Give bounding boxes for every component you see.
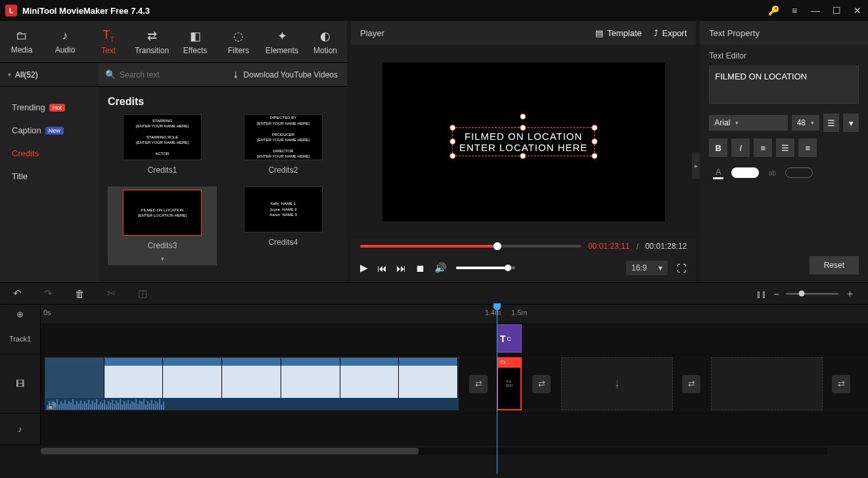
resize-handle[interactable]	[591, 125, 597, 131]
highlight-color-swatch[interactable]	[785, 167, 813, 178]
export-button[interactable]: ⤴Export	[654, 28, 687, 38]
zoom-in-button[interactable]: ＋	[845, 288, 855, 300]
category-all-dropdown[interactable]: All(52)	[0, 63, 99, 86]
align-right-button[interactable]: ≡	[798, 139, 817, 157]
key-icon[interactable]: 🔑	[768, 5, 779, 16]
rotate-handle[interactable]	[520, 114, 526, 120]
volume-slider[interactable]	[456, 267, 515, 269]
template-credits4[interactable]: Kelly NAME 1Joyce NAME 2Aaron NAME 3 Cre…	[229, 186, 338, 265]
hot-badge: Hot	[49, 104, 65, 112]
text-overlay[interactable]: FILMED ON LOCATION ENTER LOCATION HERE	[452, 127, 595, 156]
player-controls: ▶ ⏮ ⏭ ⏹ 🔊 16:9▾ ⛶	[351, 253, 696, 282]
template-button[interactable]: ▤Template	[595, 28, 642, 38]
clip-volume-icon[interactable]: 🔊	[47, 402, 57, 410]
text-color-button[interactable]: A	[709, 163, 727, 182]
template-credits3[interactable]: FILMED ON LOCATION[ENTER LOCATION HERE] …	[108, 186, 217, 265]
cat-title[interactable]: Title	[0, 165, 99, 188]
cat-caption[interactable]: CaptionNew	[0, 119, 99, 142]
credits-clip[interactable]: Cr... FIL[EN	[497, 357, 522, 410]
titlebar: L MiniTool MovieMaker Free 7.4.3 🔑 ≡ — ☐…	[0, 0, 868, 21]
italic-button[interactable]: I	[731, 139, 750, 157]
empty-slot[interactable]	[711, 357, 823, 410]
zoom-out-button[interactable]: −	[773, 288, 779, 299]
search-box: 🔍	[99, 70, 223, 79]
playhead[interactable]	[497, 305, 497, 474]
crop-button[interactable]: ◫	[138, 288, 147, 299]
stop-button[interactable]: ⏹	[415, 263, 425, 274]
tab-text[interactable]: TTText	[87, 21, 130, 62]
time-ruler[interactable]: 0s 1.4m 1.5m	[41, 305, 868, 323]
track-label[interactable]: Track1	[0, 323, 41, 354]
play-button[interactable]: ▶	[360, 262, 368, 274]
transition-slot[interactable]: ⇄	[682, 375, 700, 393]
minimize-button[interactable]: —	[810, 5, 821, 16]
resize-handle[interactable]	[591, 139, 597, 144]
template-credits2[interactable]: DIRECTED BY[ENTER YOUR NAME HERE]PRODUCE…	[229, 114, 338, 175]
text-color-swatch[interactable]	[731, 167, 759, 178]
scrub-track[interactable]	[360, 245, 582, 248]
text-content-input[interactable]	[709, 66, 859, 104]
tab-media[interactable]: 🗀Media	[0, 21, 43, 62]
tab-effects[interactable]: ◧Effects	[173, 21, 217, 62]
volume-button[interactable]: 🔊	[434, 262, 447, 274]
more-options-button[interactable]: ▾	[843, 114, 859, 132]
time-total: 00:01:28:12	[645, 242, 687, 251]
video-clip[interactable]	[45, 357, 459, 410]
tab-transition[interactable]: ⇄Transition	[130, 21, 173, 62]
resize-handle[interactable]	[449, 139, 455, 144]
fullscreen-button[interactable]: ⛶	[677, 263, 687, 274]
line-height-button[interactable]: ☰	[823, 114, 839, 132]
library-subbar: All(52) 🔍 ⭳Download YouTube Videos	[0, 63, 347, 87]
resize-handle[interactable]	[449, 125, 455, 131]
font-size-select[interactable]: 48	[792, 115, 819, 131]
effects-icon: ◧	[190, 29, 201, 43]
reset-button[interactable]: Reset	[810, 256, 859, 274]
scrub-knob[interactable]	[493, 242, 501, 250]
redo-button[interactable]: ↷	[44, 288, 53, 299]
zoom-slider[interactable]	[786, 293, 838, 295]
app-logo: L	[5, 5, 17, 16]
resize-handle[interactable]	[520, 153, 526, 159]
cat-credits[interactable]: Credits	[0, 142, 99, 165]
undo-button[interactable]: ↶	[13, 288, 22, 299]
font-family-select[interactable]: Arial	[709, 115, 787, 131]
align-left-button[interactable]: ≡	[754, 139, 772, 157]
timeline: ⊕ 0s 1.4m 1.5m Track1 TC 🎞 🔊 ⇄	[0, 305, 868, 478]
menu-icon[interactable]: ≡	[789, 5, 800, 16]
preview-canvas[interactable]: FILMED ON LOCATION ENTER LOCATION HERE	[382, 62, 665, 221]
text-clip[interactable]: TC	[497, 324, 522, 353]
player-panel: Player ▤Template ⤴Export FILMED ON LOCAT…	[351, 21, 696, 282]
video-track-icon[interactable]: 🎞	[0, 355, 41, 413]
add-track-button[interactable]: ⊕	[0, 305, 41, 323]
bold-button[interactable]: B	[709, 139, 727, 157]
tab-audio[interactable]: ♪Audio	[43, 21, 87, 62]
maximize-button[interactable]: ☐	[831, 5, 842, 16]
download-youtube-button[interactable]: ⭳Download YouTube Videos	[223, 70, 347, 79]
transition-slot[interactable]: ⇄	[532, 375, 551, 393]
transition-slot[interactable]: ⇄	[469, 375, 488, 393]
prev-button[interactable]: ⏮	[377, 263, 387, 274]
highlight-color-button[interactable]: ab	[763, 163, 781, 182]
resize-handle[interactable]	[591, 153, 597, 159]
fit-timeline-button[interactable]: ⫿⫿	[756, 288, 767, 299]
resize-handle[interactable]	[449, 153, 455, 159]
aspect-dropdown[interactable]: 16:9▾	[626, 261, 668, 275]
tab-motion[interactable]: ◐Motion	[304, 21, 347, 62]
align-center-button[interactable]: ☰	[776, 139, 794, 157]
search-input[interactable]	[120, 70, 198, 79]
collapse-panel-button[interactable]: ▸	[692, 152, 700, 179]
cat-trending[interactable]: TrendingHot	[0, 96, 99, 119]
split-button[interactable]: ✄	[107, 288, 116, 299]
template-credits1[interactable]: STARRING[ENTER YOUR NAME HERE]STARRING R…	[108, 114, 217, 175]
resize-handle[interactable]	[520, 125, 526, 131]
timeline-scrollbar[interactable]	[41, 448, 827, 454]
empty-slot[interactable]: ⭳	[561, 357, 673, 410]
next-button[interactable]: ⏭	[396, 263, 406, 274]
transition-slot[interactable]: ⇄	[832, 375, 850, 393]
tab-elements[interactable]: ✦Elements	[260, 21, 304, 62]
tab-filters[interactable]: ◌Filters	[217, 21, 260, 62]
delete-button[interactable]: 🗑	[75, 288, 85, 299]
audio-track-icon[interactable]: ♪	[0, 414, 41, 445]
close-button[interactable]: ✕	[852, 5, 863, 16]
video-track: 🎞 🔊 ⇄ Cr... FIL[EN ⇄ ⭳ ⇄ ⇄	[0, 355, 868, 414]
